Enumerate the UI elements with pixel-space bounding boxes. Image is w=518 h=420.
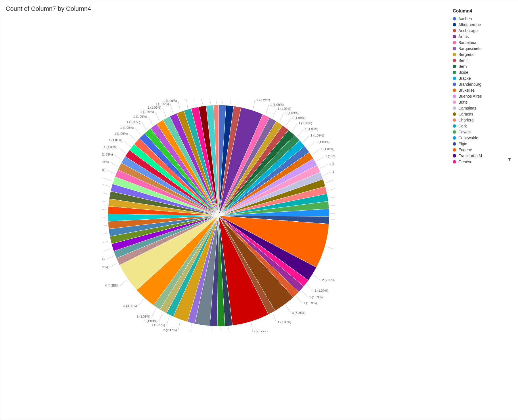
pie-label-line [107,170,114,174]
legend-item: Campinas [453,106,515,110]
legend-color-dot [453,118,456,122]
legend-color-dot [453,148,456,152]
pie-label-line [296,296,302,303]
pie-label-line [195,99,195,106]
legend-item: Anchorage [453,28,515,33]
pie-label: 4 (4.35%) [105,284,119,287]
legend-item: Brandenburg [453,82,515,87]
legend-item: Caracas [453,112,515,116]
pie-label: 2 (2.17%) [163,328,177,332]
pie-label: 1 (1.09%) [144,319,158,323]
pie-label-line [316,157,324,161]
legend-item: Bruxelles [453,88,515,93]
chart-container: 1 (1.09%)1 (1.09%)1 (1.09%)3 (3.26%)1 (1… [0,17,437,414]
legend-item: Barcelona [453,40,515,45]
pie-label-line [148,117,153,125]
pie-label-line [253,100,255,109]
legend-item-label: Aachen [458,16,472,21]
pie-label-line [308,142,314,148]
pie-label-line [178,321,180,330]
legend-item: Århus [453,34,515,39]
pie-label-line [273,109,276,118]
legend-item: Butte [453,100,515,104]
pie-label: 1 (1.09%) [102,257,105,261]
pie-label: 1 (1.09%) [133,115,147,118]
pie-label: 1 (1.09%) [315,289,328,292]
legend-title: Column4 [453,9,515,14]
pie-label-line [129,134,135,140]
pie-label-line [328,188,335,190]
pie-label-line [102,192,108,194]
legend-color-dot [453,106,456,110]
pie-label-line [200,99,203,105]
legend-color-dot [453,160,456,163]
pie-label: 1 (1.09%) [152,323,165,327]
pie-label-line [330,205,335,206]
pie-label-line [303,136,309,142]
pie-label: 1 (1.09%) [299,121,312,125]
pie-label-line [120,280,127,286]
pie-label-line [329,197,335,198]
legend-item-label: Elgin [458,142,467,146]
legend-item: Buenos Aires [453,94,515,98]
pie-label-line [209,99,211,104]
pie-label-line [190,324,191,332]
pie-label: 3 (3.26%) [292,311,306,314]
pie-label: 1 (1.09%) [311,134,324,137]
pie-label-line [124,140,130,147]
pie-label-line [102,241,109,243]
pie-label-line [186,99,188,108]
pie-label: 1 (1.09%) [137,315,150,318]
legend-item-label: Bergamo [458,52,475,57]
pie-label-line [109,263,117,267]
legend-color-dot [453,94,456,98]
legend-item-label: Bruxelles [458,88,475,93]
pie-label-line [138,299,143,306]
pie-label: 1 (1.09%) [104,145,118,149]
scroll-down-icon[interactable]: ▼ [507,157,512,163]
pie-label: 1 (1.09%) [292,116,306,119]
legend-item-label: Genève [458,159,472,164]
legend-color-dot [453,136,456,140]
pie-label: 1 (1.09%) [305,127,318,131]
pie-label: 3 (3.26%) [256,99,270,101]
pie-label-line [307,285,313,291]
legend-item: Bern [453,64,515,69]
legend-color-dot [453,142,456,146]
pie-label-line [106,256,114,260]
legend-color-dot [453,29,456,32]
pie-label: 2 (2.17%) [322,278,335,282]
pie-label-line [104,178,112,181]
pie-label: 1 (1.09%) [102,168,105,171]
legend-color-dot [453,35,456,38]
pie-label-line [102,209,107,210]
pie-label: 1 (1.09%) [316,140,330,144]
pie-label-line [238,99,238,105]
legend-item-label: Cowes [458,130,471,134]
pie-label-line [230,99,230,104]
pie-label: 1 (1.09%) [171,99,185,100]
legend-color-dot [453,53,456,56]
pie-label-line [286,305,291,313]
pie-label-line [215,99,217,104]
pie-label-line [159,313,163,321]
legend-item: Eugene [453,148,515,152]
pie-label: 1 (1.09%) [109,138,122,142]
pie-label: 5 (5.43%) [254,330,268,332]
legend-color-dot [453,83,456,86]
legend-item: Barquisimeto [453,46,515,51]
pie-label: 1 (1.09%) [114,132,128,135]
pie-chart: 1 (1.09%)1 (1.09%)1 (1.09%)3 (3.26%)1 (1… [102,99,335,332]
pie-label-line [135,128,140,135]
legend-item: Charleroi [453,118,515,122]
pie-label-line [152,308,156,317]
pie-label-line [323,172,331,176]
legend-color-dot [453,77,456,80]
legend-color-dot [453,124,456,128]
legend-item: Bräcke [453,76,515,81]
legend-color-dot [453,17,456,20]
legend-color-dot [453,23,456,26]
pie-label-line [142,122,146,130]
pie-label: 1 (1.09%) [278,107,291,110]
legend-item-label: Barcelona [458,40,476,45]
